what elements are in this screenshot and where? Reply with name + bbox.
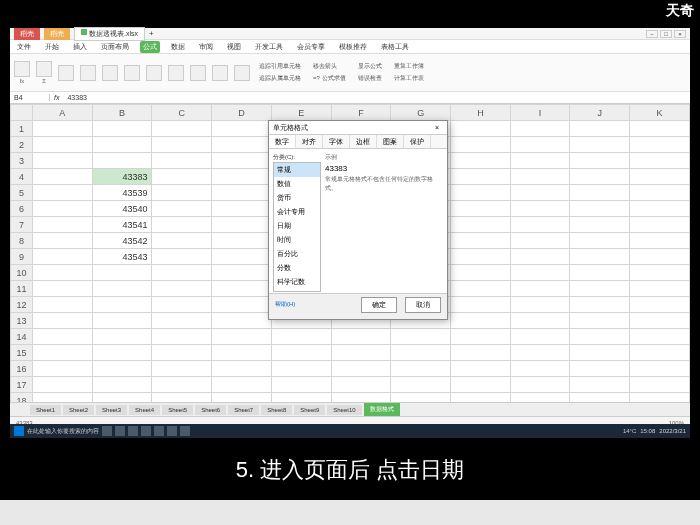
cell-E14[interactable]: [271, 329, 331, 345]
cell-I3[interactable]: [510, 153, 570, 169]
row-header-14[interactable]: 14: [11, 329, 33, 345]
sheet-tab-6[interactable]: Sheet7: [228, 405, 259, 415]
cell-I17[interactable]: [510, 377, 570, 393]
cell-A8[interactable]: [33, 233, 93, 249]
row-header-7[interactable]: 7: [11, 217, 33, 233]
ribbon-logic[interactable]: [102, 65, 118, 81]
menu-template[interactable]: 模板推荐: [336, 41, 370, 53]
cell-C7[interactable]: [152, 217, 212, 233]
cell-I13[interactable]: [510, 313, 570, 329]
dialog-tab-0[interactable]: 数字: [269, 135, 296, 148]
row-header-3[interactable]: 3: [11, 153, 33, 169]
col-header-H[interactable]: H: [451, 105, 511, 121]
dialog-tab-2[interactable]: 字体: [323, 135, 350, 148]
ribbon-math[interactable]: [190, 65, 206, 81]
cell-J9[interactable]: [570, 249, 630, 265]
row-header-12[interactable]: 12: [11, 297, 33, 313]
cell-H16[interactable]: [451, 361, 511, 377]
cell-A4[interactable]: [33, 169, 93, 185]
cancel-button[interactable]: 取消: [405, 297, 441, 313]
cell-A2[interactable]: [33, 137, 93, 153]
row-header-1[interactable]: 1: [11, 121, 33, 137]
cell-J13[interactable]: [570, 313, 630, 329]
cell-B6[interactable]: 43540: [92, 201, 152, 217]
ribbon-more[interactable]: [212, 65, 228, 81]
row-header-10[interactable]: 10: [11, 265, 33, 281]
start-button[interactable]: [14, 426, 24, 436]
title-tab-2[interactable]: 稻壳: [44, 28, 70, 40]
dialog-tab-5[interactable]: 保护: [404, 135, 431, 148]
cell-I12[interactable]: [510, 297, 570, 313]
task-icon-6[interactable]: [167, 426, 177, 436]
row-header-9[interactable]: 9: [11, 249, 33, 265]
cell-C3[interactable]: [152, 153, 212, 169]
dialog-tab-1[interactable]: 对齐: [296, 135, 323, 148]
cell-D4[interactable]: [212, 169, 272, 185]
cell-G17[interactable]: [391, 377, 451, 393]
cell-C16[interactable]: [152, 361, 212, 377]
row-header-17[interactable]: 17: [11, 377, 33, 393]
col-header-F[interactable]: F: [331, 105, 391, 121]
cell-I5[interactable]: [510, 185, 570, 201]
cell-D6[interactable]: [212, 201, 272, 217]
cell-A10[interactable]: [33, 265, 93, 281]
cell-D16[interactable]: [212, 361, 272, 377]
cell-B15[interactable]: [92, 345, 152, 361]
cell-H13[interactable]: [451, 313, 511, 329]
cell-J7[interactable]: [570, 217, 630, 233]
cell-A15[interactable]: [33, 345, 93, 361]
cell-B1[interactable]: [92, 121, 152, 137]
cell-C2[interactable]: [152, 137, 212, 153]
cell-D17[interactable]: [212, 377, 272, 393]
name-box[interactable]: B4: [10, 94, 50, 101]
cell-D10[interactable]: [212, 265, 272, 281]
cell-A1[interactable]: [33, 121, 93, 137]
cell-B5[interactable]: 43539: [92, 185, 152, 201]
cell-D9[interactable]: [212, 249, 272, 265]
menu-data[interactable]: 数据: [168, 41, 188, 53]
cell-H3[interactable]: [451, 153, 511, 169]
cell-C9[interactable]: [152, 249, 212, 265]
remove-arrows[interactable]: 移去箭头: [310, 61, 349, 72]
cell-K10[interactable]: [630, 265, 690, 281]
cell-K8[interactable]: [630, 233, 690, 249]
sheet-tab-2[interactable]: Sheet3: [96, 405, 127, 415]
cell-C11[interactable]: [152, 281, 212, 297]
row-header-2[interactable]: 2: [11, 137, 33, 153]
menu-review[interactable]: 审阅: [196, 41, 216, 53]
cell-I9[interactable]: [510, 249, 570, 265]
cell-I6[interactable]: [510, 201, 570, 217]
title-tab-active[interactable]: 数据透视表.xlsx: [74, 27, 145, 41]
cell-K6[interactable]: [630, 201, 690, 217]
cell-H8[interactable]: [451, 233, 511, 249]
ribbon-sum[interactable]: Σ: [36, 61, 52, 84]
cell-H17[interactable]: [451, 377, 511, 393]
cell-D8[interactable]: [212, 233, 272, 249]
cell-H10[interactable]: [451, 265, 511, 281]
cell-J6[interactable]: [570, 201, 630, 217]
cell-F16[interactable]: [331, 361, 391, 377]
cell-G15[interactable]: [391, 345, 451, 361]
cell-C6[interactable]: [152, 201, 212, 217]
sheet-tab-9[interactable]: Sheet10: [327, 405, 361, 415]
category-2[interactable]: 货币: [274, 191, 320, 205]
cell-B13[interactable]: [92, 313, 152, 329]
sheet-tab-3[interactable]: Sheet4: [129, 405, 160, 415]
cell-K11[interactable]: [630, 281, 690, 297]
cell-H11[interactable]: [451, 281, 511, 297]
ribbon-lookup[interactable]: [168, 65, 184, 81]
category-6[interactable]: 百分比: [274, 247, 320, 261]
dialog-titlebar[interactable]: 单元格格式 ×: [269, 121, 447, 135]
cell-I8[interactable]: [510, 233, 570, 249]
menu-insert[interactable]: 插入: [70, 41, 90, 53]
cell-C4[interactable]: [152, 169, 212, 185]
cell-J11[interactable]: [570, 281, 630, 297]
sheet-tab-10[interactable]: 数据格式: [364, 403, 400, 416]
cell-A7[interactable]: [33, 217, 93, 233]
close-button[interactable]: ×: [674, 30, 686, 38]
trace-precedents[interactable]: 追踪引用单元格: [256, 61, 304, 72]
cell-A3[interactable]: [33, 153, 93, 169]
cell-I16[interactable]: [510, 361, 570, 377]
col-header-K[interactable]: K: [630, 105, 690, 121]
cell-F17[interactable]: [331, 377, 391, 393]
